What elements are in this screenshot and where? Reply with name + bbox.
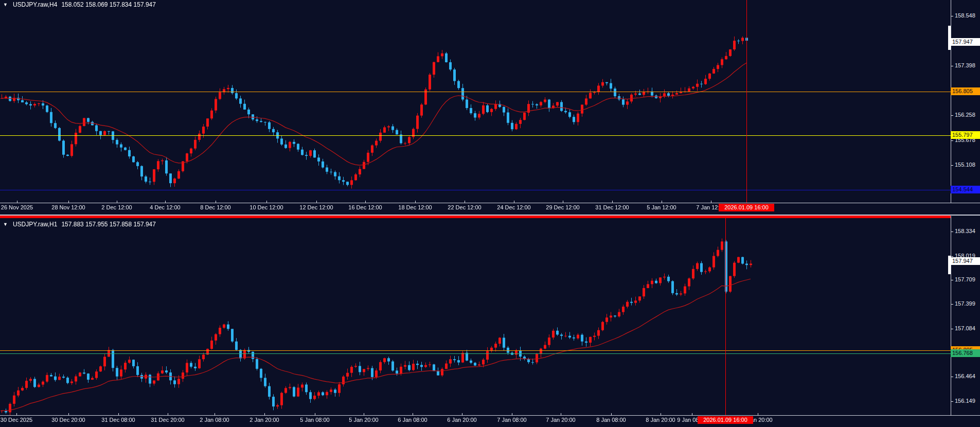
time-tick-label: 24 Dec 12:00 — [497, 204, 530, 210]
h4-symbol-timeframe: USDJPY.raw,H4 — [13, 1, 57, 8]
time-tick-label: 5 Jan 08:00 — [300, 417, 330, 423]
time-tick-label: 6 Jan 20:00 — [447, 417, 477, 423]
panel-separator[interactable] — [0, 215, 980, 216]
time-tick-label: 18 Dec 12:00 — [398, 204, 432, 210]
current-price-box: 157.947 — [951, 257, 980, 265]
time-marker-date-box: 2026.01.09 16:00 — [698, 416, 753, 424]
time-tick-label: 7 Jan 08:00 — [497, 417, 527, 423]
price-tick-label: 158.548 — [955, 12, 975, 19]
time-tick-label: 12 Dec 12:00 — [299, 204, 333, 210]
price-tick-label: 156.258 — [955, 112, 975, 118]
price-tick-label: 157.399 — [955, 300, 975, 307]
time-tick-label: 5 Jan 20:00 — [349, 417, 379, 423]
time-marker-vline[interactable] — [746, 0, 747, 203]
h1-price-axis[interactable]: 158.334158.019157.709157.399157.084156.4… — [951, 216, 980, 415]
price-tick-label: 156.149 — [955, 398, 975, 404]
time-marker-vline[interactable] — [725, 216, 726, 415]
time-tick-label: 29 Dec 12:00 — [546, 204, 579, 210]
time-tick-label: 8 Jan 08:00 — [596, 417, 626, 423]
level-price-box-156.805: 156.805 — [951, 87, 980, 95]
h1-ohlc-readout: 157.883 157.955 157.858 157.947 — [61, 221, 156, 228]
h1-symbol-timeframe: USDJPY.raw,H1 — [13, 221, 57, 228]
price-tick-label: 155.108 — [955, 162, 975, 168]
time-tick-label: 6 Jan 08:00 — [398, 417, 427, 423]
h4-time-axis[interactable]: 26 Nov 202528 Nov 12:002 Dec 12:004 Dec … — [0, 203, 980, 215]
time-tick-label: 4 Dec 12:00 — [150, 204, 180, 210]
level-price-box-155.797: 155.797 — [951, 131, 980, 139]
axis-border — [951, 0, 951, 203]
h4-price-axis[interactable]: 158.548157.398156.258155.678155.108156.8… — [951, 0, 980, 203]
h4-chart-title: ▼USDJPY.raw,H4158.052 158.069 157.834 15… — [3, 1, 156, 8]
plot-bottom-border — [0, 203, 980, 203]
time-marker-date-box: 2026.01.09 16:00 — [719, 204, 774, 211]
horizontal-level-line-156.805[interactable] — [0, 350, 951, 351]
price-tick-label: 157.084 — [955, 325, 975, 331]
time-tick-label: 22 Dec 12:00 — [448, 204, 481, 210]
horizontal-level-line-156.768[interactable] — [0, 353, 951, 354]
time-tick-label: 8 Dec 12:00 — [200, 204, 230, 210]
time-tick-label: 2 Dec 12:00 — [101, 204, 132, 210]
time-tick-label: 7 Jan 20:00 — [546, 417, 576, 423]
time-tick-label: 28 Nov 12:00 — [51, 204, 85, 210]
h1-time-axis[interactable]: 30 Dec 202530 Dec 20:0031 Dec 08:0031 De… — [0, 415, 980, 427]
plot-bottom-border — [0, 415, 980, 416]
time-tick-label: 8 Jan 20:00 — [646, 417, 675, 423]
time-tick-label: 31 Dec 12:00 — [595, 204, 629, 210]
time-tick-label: 30 Dec 2025 — [1, 417, 32, 423]
h1-chart-title: ▼USDJPY.raw,H1157.883 157.955 157.858 15… — [3, 221, 156, 228]
axis-border — [951, 216, 951, 415]
price-tick-label: 158.334 — [955, 228, 975, 234]
price-tick-label: 157.398 — [955, 62, 975, 68]
h1-candlestick-chart[interactable] — [0, 219, 951, 415]
time-tick-label: 2 Jan 20:00 — [250, 417, 279, 423]
horizontal-level-line-154.544[interactable] — [0, 190, 951, 190]
level-price-box-156.768: 156.768 — [951, 349, 980, 357]
horizontal-level-line-156.805[interactable] — [0, 92, 951, 92]
trading-terminal-window: ▼USDJPY.raw,H4158.052 158.069 157.834 15… — [0, 0, 980, 427]
time-tick-label: 10 Dec 12:00 — [250, 204, 283, 210]
time-tick-label: 2 Jan 08:00 — [200, 417, 229, 423]
h4-candlestick-chart[interactable] — [0, 0, 951, 203]
time-tick-label: 5 Jan 12:00 — [647, 204, 676, 210]
time-tick-label: 26 Nov 2025 — [1, 204, 33, 210]
price-tick-label: 157.709 — [955, 276, 975, 282]
chart-dropdown-icon[interactable]: ▼ — [3, 222, 8, 227]
time-tick-label: 31 Dec 20:00 — [151, 417, 184, 423]
time-tick-label: 16 Dec 12:00 — [348, 204, 382, 210]
price-tick-label: 156.464 — [955, 373, 975, 379]
horizontal-level-line-155.797[interactable] — [0, 135, 951, 136]
level-price-box-154.544: 154.544 — [951, 186, 980, 193]
clamped-price-line-bar — [0, 216, 951, 218]
chart-dropdown-icon[interactable]: ▼ — [3, 2, 8, 7]
time-tick-label: 31 Dec 08:00 — [101, 417, 135, 423]
current-price-box: 157.947 — [951, 38, 980, 46]
h4-ohlc-readout: 158.052 158.069 157.834 157.947 — [61, 1, 156, 8]
time-tick-label: 30 Dec 20:00 — [51, 417, 85, 423]
